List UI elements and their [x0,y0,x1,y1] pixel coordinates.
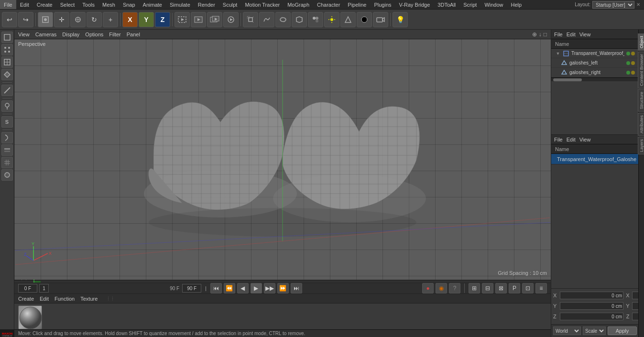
frame-end-input[interactable] [182,284,201,293]
scene-light-button[interactable]: 💡 [393,12,408,27]
go-end-button[interactable]: ⏭ [291,283,302,294]
sidebar-points-btn[interactable] [1,44,13,55]
play-button[interactable]: ▶ [251,283,262,294]
sidebar-grid-btn[interactable] [1,157,13,168]
scale-button[interactable] [70,12,86,27]
viewport-menu-view[interactable]: View [18,32,30,37]
sidebar-line-btn[interactable] [1,85,13,96]
render-preview-button[interactable] [223,12,239,27]
x-axis-button[interactable]: X [122,12,138,27]
attr-item-root[interactable]: Transparent_Waterproof_Galoshe [551,154,639,164]
record-button[interactable]: ● [422,283,434,294]
menu-pipeline[interactable]: Pipeline [344,0,370,9]
play-forward-button[interactable]: ▶▶ [264,283,275,294]
viewport[interactable]: Perspective [14,39,551,280]
mat-menu-texture[interactable]: Texture [80,296,98,302]
menu-animate[interactable]: Animate [139,0,166,9]
viewport-menu-cameras[interactable]: Cameras [35,32,57,37]
add-button[interactable]: + [103,12,118,27]
menu-help[interactable]: Help [507,0,526,9]
menu-render[interactable]: Render [194,0,219,9]
move-button[interactable]: ✛ [54,12,69,27]
obj-vis-right[interactable] [626,71,630,75]
obj-scroll-thumb[interactable] [553,78,582,81]
frame-start-input[interactable] [18,284,37,293]
menu-character[interactable]: Character [313,0,344,9]
menu-sculpt[interactable]: Sculpt [219,0,241,9]
obj-render-right[interactable] [631,71,635,75]
cube-button[interactable] [243,12,258,27]
obj-render-root[interactable] [631,52,635,55]
sidebar-s-btn[interactable]: S [1,116,13,128]
material-thumbnail[interactable] [18,305,42,329]
redo-button[interactable]: ↪ [18,12,33,27]
viewport-ctrl-maximize[interactable]: □ [544,31,547,38]
viewport-menu-filter[interactable]: Filter [109,32,120,37]
obj-vis-root[interactable] [626,52,630,55]
tab-structure[interactable]: Structure [638,89,644,112]
sidebar-model-btn[interactable] [1,32,13,43]
animation-button[interactable]: ≡ [535,283,547,294]
sidebar-object-btn[interactable] [1,169,13,181]
layout-close[interactable]: ✕ [636,2,640,7]
obj-scrollbar[interactable] [551,77,639,81]
obj-bar-view[interactable]: View [579,32,591,37]
tab-layers[interactable]: Layers [638,137,644,154]
menu-mesh[interactable]: Mesh [98,0,119,9]
scene-mode-button[interactable]: ⊠ [495,283,507,294]
tab-content-browser[interactable]: Content Browser [638,52,644,88]
attr-bar-edit[interactable]: Edit [567,137,576,142]
apply-button[interactable]: Apply [608,326,637,335]
motion-record-button[interactable]: ⊡ [522,283,534,294]
obj-item-root[interactable]: ▼ Transparent_Waterproof_Galoshe [551,49,639,58]
obj-bar-file[interactable]: File [554,32,563,37]
menu-snap[interactable]: Snap [119,0,139,9]
motion-mode-button[interactable]: ⊟ [482,283,493,294]
attr-bar-view[interactable]: View [579,137,591,142]
viewport-menu-panel[interactable]: Panel [127,32,140,37]
fps-input[interactable] [39,284,49,293]
attr-bar-file[interactable]: File [554,137,563,142]
sidebar-bend-btn[interactable] [1,132,13,143]
material-button[interactable] [357,12,372,27]
timeline-track[interactable] [14,281,551,283]
nurbs-button[interactable] [275,12,291,27]
auto-key-button[interactable]: ◉ [436,283,447,294]
menu-select[interactable]: Select [56,0,79,9]
sidebar-layer-btn[interactable] [1,144,13,156]
layout-select[interactable]: Startup [User] [592,1,634,9]
sidebar-poly-btn[interactable] [1,69,13,80]
spline-button[interactable] [259,12,274,27]
menu-file[interactable]: File [0,0,16,9]
obj-render-left[interactable] [631,61,635,65]
coord-z-pos[interactable] [560,313,623,320]
menu-3dtoall[interactable]: 3DToAll [434,0,459,9]
obj-item-right[interactable]: galoshes_right [551,68,639,77]
mat-menu-create[interactable]: Create [18,296,34,302]
menu-simulate[interactable]: Simulate [166,0,194,9]
viewport-menu-display[interactable]: Display [62,32,79,37]
undo-button[interactable]: ↩ [2,12,17,27]
mograph-button[interactable] [308,12,323,27]
viewport-ctrl-2[interactable]: ↓ [539,31,542,38]
sidebar-edges-btn[interactable] [1,56,13,68]
step-forward-button[interactable]: ⏩ [277,283,289,294]
menu-vray-bridge[interactable]: V-Ray Bridge [395,0,434,9]
menu-edit[interactable]: Edit [16,0,33,9]
obj-bar-edit[interactable]: Edit [567,32,576,37]
menu-tools[interactable]: Tools [78,0,98,9]
y-axis-button[interactable]: Y [139,12,154,27]
sidebar-brush-btn[interactable] [1,100,13,112]
menu-plugins[interactable]: Plugins [370,0,395,9]
viewport-ctrl-1[interactable]: ⊕ [532,31,537,38]
tab-attributes[interactable]: Attributes [638,113,644,136]
go-start-button[interactable]: ⏮ [210,283,222,294]
coord-y-pos[interactable] [560,302,623,310]
keyframe-mode-button[interactable]: ⊞ [469,283,480,294]
menu-create[interactable]: Create [33,0,56,9]
menu-script[interactable]: Script [459,0,480,9]
select-model-button[interactable] [38,12,53,27]
menu-window[interactable]: Window [480,0,507,9]
z-axis-button[interactable]: Z [155,12,170,27]
render-all-button[interactable] [207,12,222,27]
